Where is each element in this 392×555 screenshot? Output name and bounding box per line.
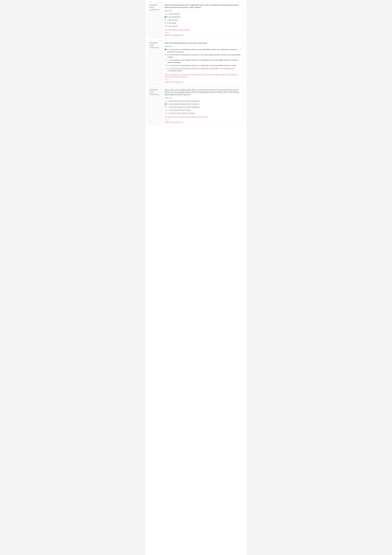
option-5-d-label: d. Environmental Protection Agency xyxy=(167,109,191,111)
option-4-b[interactable]: b. It is the process of measuring the in… xyxy=(165,54,242,58)
option-5-c-label: c. Occupational Safety and Health Admini… xyxy=(167,106,200,108)
option-3-e-label: e. the customer xyxy=(167,25,178,27)
question-3-select-one: Select one: xyxy=(165,10,242,12)
question-3-status: Correct xyxy=(150,7,161,8)
question-4-select-one: Select one: xyxy=(165,45,242,48)
radio-5-b[interactable] xyxy=(165,103,166,105)
radio-3-b[interactable] xyxy=(165,16,166,18)
question-4-points: 1 points out of 1 xyxy=(150,47,161,49)
question-5-sidebar: Question 5 Correct 1 points out of 1 xyxy=(148,87,163,125)
option-3-b[interactable]: b. the environment ✔ xyxy=(165,16,242,18)
question-3-number: Question 3 xyxy=(150,4,161,6)
question-4-marks: Marks for this submission: 1/1. xyxy=(165,81,242,83)
option-5-b-label: b. Equal Employment Opportunity Commissi… xyxy=(167,103,199,105)
option-5-b[interactable]: b. Equal Employment Opportunity Commissi… xyxy=(165,103,242,105)
option-4-e[interactable]: e. It is the process of measuring the in… xyxy=(165,67,242,72)
question-3-points: 1 points out of 1 xyxy=(150,9,161,11)
question-3-options: a. the government b. the environment ✔ c… xyxy=(165,13,242,27)
radio-4-e[interactable] xyxy=(165,68,166,69)
option-5-c[interactable]: c. Occupational Safety and Health Admini… xyxy=(165,106,242,108)
option-5-e[interactable]: e. Consumer Product Safety Commission xyxy=(165,112,242,114)
radio-3-d[interactable] xyxy=(165,22,166,24)
question-3-marks: Marks for this submission: 1/1. xyxy=(165,34,242,36)
option-5-a-label: a. Mining Enforcement and Safety Adminis… xyxy=(167,100,200,102)
question-5-number: Question 5 xyxy=(150,88,161,91)
radio-4-d[interactable] xyxy=(165,65,166,66)
option-3-a[interactable]: a. the government xyxy=(165,13,242,15)
radio-5-a[interactable] xyxy=(165,100,166,102)
option-4-d[interactable]: d. It is the process of measuring the im… xyxy=(165,64,242,67)
option-4-b-label: b. It is the process of measuring the in… xyxy=(167,54,242,58)
question-4-options: a. It is the process of measuring the pr… xyxy=(165,48,242,72)
radio-3-c[interactable] xyxy=(165,19,166,21)
page-wrapper: Question 3 Correct 1 points out of 1 Whi… xyxy=(146,0,246,555)
option-3-d[interactable]: d. the society xyxy=(165,22,242,24)
question-4-number: Question 4 xyxy=(150,42,161,44)
question-5-marks: Marks for this submission: 1/1. xyxy=(165,121,242,124)
question-4-status: Correct xyxy=(150,44,161,46)
option-4-c[interactable]: c. It is the process of forecasting the … xyxy=(165,59,242,64)
option-3-b-label: b. the environment xyxy=(167,16,180,18)
question-5-correct-answer: The correct answer is: Equal Employment … xyxy=(165,116,242,118)
option-3-e[interactable]: e. the customer xyxy=(165,25,242,27)
option-4-d-label: d. It is the process of measuring the im… xyxy=(167,64,237,67)
question-4-content: Which of the following statements is tru… xyxy=(163,40,244,85)
radio-5-e[interactable] xyxy=(165,112,166,114)
question-4-sidebar: Question 4 Correct 1 points out of 1 xyxy=(148,40,163,85)
option-4-c-label: c. It is the process of forecasting the … xyxy=(167,59,242,64)
question-4-feedback: Correct Marks for this submission: 1/1. xyxy=(165,79,242,83)
radio-4-c[interactable] xyxy=(165,59,166,61)
radio-5-c[interactable] xyxy=(165,106,166,108)
radio-5-d[interactable] xyxy=(165,109,166,111)
radio-3-a[interactable] xyxy=(165,13,166,15)
question-3-feedback: Correct Marks for this submission: 1/1. xyxy=(165,32,242,36)
question-4-text: Which of the following statements is tru… xyxy=(165,42,242,44)
option-4-a[interactable]: a. It is the process of measuring the pr… xyxy=(165,48,242,53)
question-5-feedback: Correct Marks for this submission: 1/1. xyxy=(165,119,242,124)
question-5-text: Marcos works in the complaint against ri… xyxy=(165,89,242,96)
radio-4-a[interactable] xyxy=(165,49,166,50)
checkmark-4-a: ✔ xyxy=(241,48,242,51)
question-4-feedback-label: Correct xyxy=(165,79,242,81)
option-3-d-label: d. the society xyxy=(167,22,176,24)
question-5-points: 1 points out of 1 xyxy=(150,94,161,95)
question-3-content: Which of the following areas does an org… xyxy=(163,2,244,38)
option-3-c[interactable]: c. the economy xyxy=(165,19,242,21)
option-4-a-label: a. It is the process of measuring the pr… xyxy=(167,48,240,53)
checkmark-3-b: ✔ xyxy=(180,16,181,18)
question-3-sidebar: Question 3 Correct 1 points out of 1 xyxy=(148,2,163,38)
question-5-block: Question 5 Correct 1 points out of 1 Mar… xyxy=(148,87,244,125)
radio-4-b[interactable] xyxy=(165,54,166,56)
question-5-select-one: Select one: xyxy=(165,97,242,99)
option-5-d[interactable]: d. Environmental Protection Agency xyxy=(165,109,242,111)
checkmark-5-b: ✔ xyxy=(199,103,200,105)
option-4-e-label: e. It is the process of measuring the in… xyxy=(167,67,242,72)
question-5-content: Marcos works in the complaint against ri… xyxy=(163,87,244,125)
question-3-text: Which of the following areas does an org… xyxy=(165,4,242,9)
question-3-feedback-label: Correct xyxy=(165,32,242,34)
option-5-a[interactable]: a. Mining Enforcement and Safety Adminis… xyxy=(165,100,242,102)
question-5-feedback-label: Correct xyxy=(165,119,242,121)
question-4-correct-answer: The correct answer is: It is the process… xyxy=(165,73,242,78)
question-3-correct-answer: The correct answer is: the environment xyxy=(165,29,242,31)
option-5-e-label: e. Consumer Product Safety Commission xyxy=(167,112,195,114)
radio-3-e[interactable] xyxy=(165,25,166,27)
question-5-status: Correct xyxy=(150,91,161,93)
option-3-c-label: c. the economy xyxy=(167,19,178,21)
question-5-options: a. Mining Enforcement and Safety Adminis… xyxy=(165,100,242,114)
option-3-a-label: a. the government xyxy=(167,13,179,15)
question-4-block: Question 4 Correct 1 points out of 1 Whi… xyxy=(148,40,244,85)
question-3-block: Question 3 Correct 1 points out of 1 Whi… xyxy=(148,2,244,38)
